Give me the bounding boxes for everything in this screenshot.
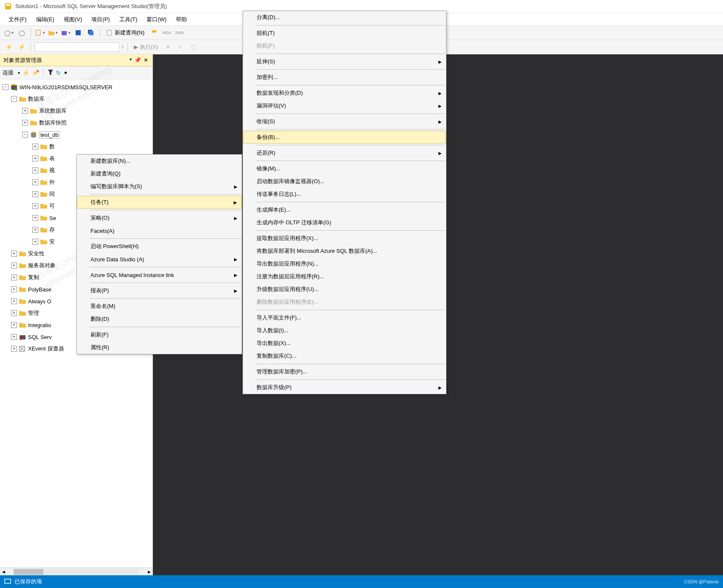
save-all-button[interactable] [85, 27, 96, 38]
menu-item[interactable]: 收缩(S)▶ [243, 115, 446, 128]
dropdown-icon[interactable]: ▾ [129, 56, 133, 64]
svg-point-8 [152, 30, 157, 33]
add-button[interactable]: ▾ [60, 27, 71, 38]
menu-item[interactable]: 编写数据库脚本为(S)▶ [77, 180, 242, 193]
new-item-button[interactable]: ▾ [34, 27, 45, 38]
horizontal-scrollbar[interactable]: ◀ ▶ [0, 568, 153, 575]
execute-button[interactable]: ▶ 执行(X) [131, 42, 161, 53]
menu-item[interactable]: 传送事务日志(L)... [243, 188, 446, 201]
menu-item[interactable]: 启动数据库镜像监视器(O)... [243, 175, 446, 188]
folder-icon [40, 203, 48, 209]
tree-node[interactable]: +数 [1, 141, 152, 153]
menu-item[interactable]: Azure Data Studio (A)▶ [77, 253, 242, 266]
expander-icon[interactable]: + [22, 108, 28, 114]
menu-item[interactable]: 新建查询(Q) [77, 167, 242, 180]
connect-icon[interactable]: ⚡ [23, 70, 29, 76]
menu-item[interactable]: 导出数据层应用程序(N)... [243, 257, 446, 270]
svg-rect-6 [89, 31, 93, 35]
menu-item[interactable]: 将数据库部署到 Microsoft Azure SQL 数据库(A)... [243, 245, 446, 257]
menu-item[interactable]: Azure SQL Managed Instance link▶ [77, 269, 242, 281]
menu-item[interactable]: 删除(D) [77, 313, 242, 325]
menu-item[interactable]: 策略(O)▶ [77, 212, 242, 224]
disconnect-icon[interactable]: ⚡✕ [32, 70, 39, 76]
back-button[interactable]: ◯▾ [3, 27, 14, 38]
chevron-right-icon: ▶ [234, 273, 237, 277]
menu-help[interactable]: 帮助 [172, 14, 191, 25]
chevron-right-icon: ▶ [438, 91, 442, 96]
menu-item[interactable]: 重命名(M) [77, 300, 242, 313]
menu-project[interactable]: 项目(P) [87, 14, 114, 25]
menu-item[interactable]: 刷新(F) [77, 328, 242, 341]
mdx-icon[interactable]: MDX [161, 27, 172, 38]
menu-item[interactable]: 生成脚本(E)... [243, 204, 446, 216]
db-snapshot-node[interactable]: + 数据库快照 [1, 117, 152, 129]
menu-item[interactable]: 报表(P)▶ [77, 284, 242, 297]
menu-item[interactable]: 联机(F) [243, 40, 446, 52]
test-db-node[interactable]: − test_db [1, 129, 152, 141]
databases-node[interactable]: − 数据库 [1, 93, 152, 105]
menu-item[interactable]: 复制数据库(C)... [243, 350, 446, 362]
open-file-button[interactable]: ▾ [47, 27, 58, 38]
menu-item[interactable]: 漏洞评估(V)▶ [243, 99, 446, 112]
menu-tools[interactable]: 工具(T) [115, 14, 142, 25]
menu-item[interactable]: 脱机(T) [243, 27, 446, 40]
menu-window[interactable]: 窗口(W) [142, 14, 171, 25]
menu-item[interactable]: 备份(B)... [243, 131, 446, 144]
menu-item[interactable]: 数据发现和分类(D)▶ [243, 87, 446, 99]
chevron-right-icon: ▶ [234, 216, 237, 220]
menu-item[interactable]: 镜像(M)... [243, 162, 446, 175]
menu-item[interactable]: 加密列... [243, 71, 446, 84]
menu-item[interactable]: 属性(R) [77, 341, 242, 354]
connect-icon[interactable]: ⚡ [3, 42, 14, 53]
menu-item[interactable]: 任务(T)▶ [77, 196, 242, 209]
menu-item[interactable]: 注册为数据层应用程序(R)... [243, 270, 446, 283]
close-icon[interactable]: ✕ [143, 56, 149, 64]
menu-item[interactable]: 导出数据(X)... [243, 337, 446, 350]
refresh-icon[interactable]: ↻ [56, 70, 61, 76]
system-db-node[interactable]: + 系统数据库 [1, 105, 152, 117]
menu-file[interactable]: 文件(F) [4, 14, 31, 25]
disconnect-icon[interactable]: ⚡ [16, 42, 27, 53]
expander-icon[interactable]: + [22, 120, 28, 126]
parse-icon[interactable]: ✓ [175, 42, 186, 53]
menu-item[interactable]: 升级数据层应用程序(U)... [243, 283, 446, 296]
menu-item[interactable]: 数据库升级(P)▶ [243, 381, 446, 394]
menu-item[interactable]: 启动 PowerShell(H) [77, 240, 242, 253]
svg-point-12 [15, 88, 17, 90]
folder-icon [19, 286, 26, 293]
server-node[interactable]: − WIN-N9LIG201RSD\MSSQLSERVER [1, 81, 152, 93]
forward-button[interactable]: ◯ [16, 27, 27, 38]
menu-item[interactable]: 导入平面文件(F)... [243, 311, 446, 324]
menu-item[interactable]: 分离(D)... [243, 11, 446, 24]
menu-item[interactable]: 新建数据库(N)... [77, 155, 242, 167]
menu-edit[interactable]: 编辑(E) [32, 14, 59, 25]
chevron-right-icon: ▶ [438, 385, 442, 390]
expander-icon[interactable]: − [22, 132, 28, 138]
menu-item[interactable]: 还原(R)▶ [243, 147, 446, 159]
expander-icon[interactable]: − [3, 84, 8, 90]
save-button[interactable] [73, 27, 84, 38]
filter-icon[interactable] [48, 69, 54, 76]
menu-item[interactable]: Facets(A) [77, 224, 242, 237]
stop-icon[interactable]: ■ [162, 42, 173, 53]
database-dropdown[interactable] [34, 42, 119, 52]
menu-item[interactable]: 删除数据层应用程序(E)... [243, 296, 446, 308]
activity-icon[interactable]: ✦ [63, 70, 68, 76]
menu-item[interactable]: 延伸(S)▶ [243, 55, 446, 68]
menu-view[interactable]: 视图(V) [59, 14, 86, 25]
new-query-button[interactable]: 新建查询(N) [104, 27, 147, 38]
svg-rect-7 [107, 30, 111, 35]
folder-icon [19, 274, 26, 281]
menu-item[interactable]: 生成内存中 OLTP 迁移清单(G) [243, 216, 446, 229]
plan-icon[interactable]: ▢ [188, 42, 199, 53]
db-engine-query-icon[interactable] [149, 27, 160, 38]
dmx-icon[interactable]: DMX [174, 27, 185, 38]
menu-item[interactable]: 提取数据层应用程序(X)... [243, 232, 446, 245]
menu-item[interactable]: 管理数据库加密(P)... [243, 365, 446, 378]
connect-label: 连接 [3, 69, 14, 76]
chevron-right-icon: ▶ [438, 119, 442, 124]
expander-icon[interactable]: − [11, 96, 17, 102]
folder-icon [40, 215, 48, 221]
menu-item[interactable]: 导入数据(I)... [243, 324, 446, 337]
pin-icon[interactable]: 📌 [133, 56, 142, 64]
